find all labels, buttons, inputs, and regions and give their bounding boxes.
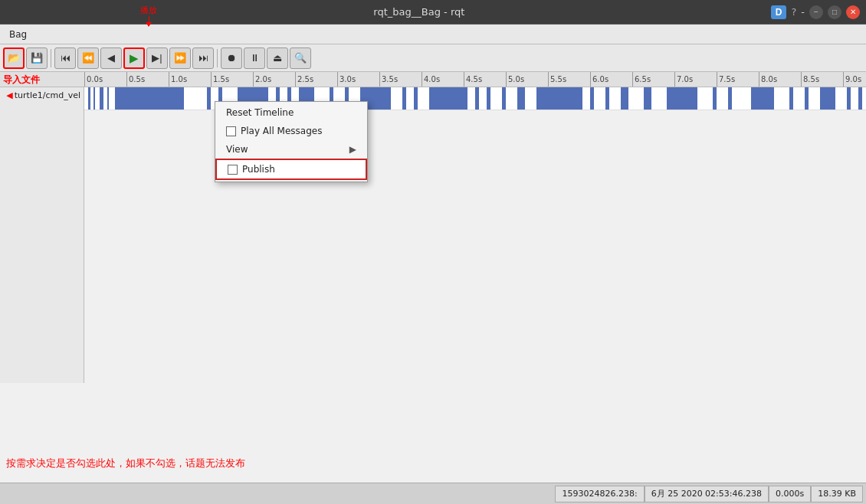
skip-start-button[interactable]: ⏮ bbox=[54, 47, 76, 69]
open-button[interactable]: 📂 bbox=[3, 47, 25, 69]
skip-end-button[interactable]: ⏭ bbox=[192, 47, 214, 69]
ctx-view-label: View bbox=[226, 144, 248, 155]
tick-9: 4.5s bbox=[464, 72, 506, 87]
eject-button[interactable]: ⏏ bbox=[267, 47, 288, 69]
next-icon: ⏩ bbox=[174, 52, 186, 64]
tick-1: 0.5s bbox=[126, 72, 169, 87]
timeline-bar bbox=[88, 87, 90, 110]
timeline-bar bbox=[402, 87, 406, 110]
timeline-bar bbox=[414, 87, 418, 110]
tick-15: 7.5s bbox=[717, 72, 759, 87]
separator-text: - bbox=[801, 6, 805, 18]
prev-button[interactable]: ⏪ bbox=[77, 47, 99, 69]
tick-2: 1.0s bbox=[169, 72, 211, 87]
timeline-bar bbox=[475, 87, 479, 110]
ctx-publish[interactable]: Publish bbox=[215, 159, 367, 180]
pause-icon: ⏸ bbox=[250, 52, 260, 64]
annotation-area: 按需求决定是否勾选此处，如果不勾选，话题无法发布 bbox=[0, 444, 866, 483]
ctx-view[interactable]: View ▶ bbox=[215, 140, 367, 159]
help-icon[interactable]: ? bbox=[791, 6, 796, 18]
status-duration: 0.000s bbox=[769, 486, 811, 502]
status-timestamp: 1593024826.238: bbox=[555, 486, 644, 502]
status-filesize: 18.39 KB bbox=[811, 486, 863, 502]
toolbar-separator-2 bbox=[217, 49, 218, 67]
save-button[interactable]: 💾 bbox=[26, 47, 48, 69]
menu-bag[interactable]: Bag bbox=[3, 28, 33, 41]
ctx-view-arrow: ▶ bbox=[349, 144, 356, 155]
open-icon: 📂 bbox=[8, 52, 20, 64]
timeline-bar bbox=[667, 87, 697, 110]
context-menu: Reset Timeline Play All Messages View ▶ … bbox=[215, 101, 368, 182]
timeline-bar bbox=[115, 87, 184, 110]
ctx-reset-timeline[interactable]: Reset Timeline bbox=[215, 103, 367, 122]
tick-11: 5.5s bbox=[548, 72, 590, 87]
title-bar-controls: D ? - − □ ✕ bbox=[771, 5, 860, 19]
minimize-button[interactable]: − bbox=[809, 5, 823, 19]
timeline-bar bbox=[107, 87, 109, 110]
skip-start-icon: ⏮ bbox=[61, 52, 71, 64]
ctx-play-all[interactable]: Play All Messages bbox=[215, 122, 367, 140]
tick-12: 6.0s bbox=[590, 72, 632, 87]
eject-icon: ⏏ bbox=[273, 52, 282, 64]
title-bar: rqt_bag__Bag - rqt D ? - − □ ✕ bbox=[0, 0, 866, 25]
status-datetime: 6月 25 2020 02:53:46.238 bbox=[645, 486, 769, 502]
track-name: turtle1/cmd_vel bbox=[15, 90, 80, 100]
tick-18: 9.0s bbox=[843, 72, 866, 87]
menu-bar: Bag bbox=[0, 25, 866, 44]
tick-17: 8.5s bbox=[801, 72, 843, 87]
timeline-bar bbox=[805, 87, 809, 110]
zoom-button[interactable]: 🔍 bbox=[290, 47, 311, 69]
status-bar: 1593024826.238: 6月 25 2020 02:53:46.238 … bbox=[0, 483, 866, 504]
main-area: 导入文件 0.0s 0.5s 1.0s 1.5s 2.0s 2.5s 3.0s … bbox=[0, 72, 866, 483]
timeline-header: 导入文件 0.0s 0.5s 1.0s 1.5s 2.0s 2.5s 3.0s … bbox=[0, 72, 866, 87]
fwd-step-icon: ▶| bbox=[152, 52, 162, 64]
timeline-bar bbox=[590, 87, 594, 110]
pause-button[interactable]: ⏸ bbox=[244, 47, 265, 69]
maximize-button[interactable]: □ bbox=[828, 5, 841, 19]
tick-7: 3.5s bbox=[379, 72, 422, 87]
timeline-bar bbox=[820, 87, 835, 110]
tick-13: 6.5s bbox=[632, 72, 674, 87]
timeline-bar bbox=[429, 87, 467, 110]
timeline-bar bbox=[100, 87, 103, 110]
close-button[interactable]: ✕ bbox=[846, 5, 860, 19]
ctx-play-all-checkbox[interactable] bbox=[226, 126, 236, 136]
ctx-publish-label: Publish bbox=[242, 164, 275, 175]
play-button[interactable]: ▶ bbox=[123, 47, 145, 69]
tick-8: 4.0s bbox=[422, 72, 464, 87]
timeline-bar bbox=[751, 87, 774, 110]
timeline-bar bbox=[858, 87, 862, 110]
d-button[interactable]: D bbox=[771, 5, 787, 19]
zoom-icon: 🔍 bbox=[294, 52, 307, 64]
import-label[interactable]: 导入文件 bbox=[3, 73, 40, 86]
timeline-bar bbox=[502, 87, 506, 110]
toolbar-separator-1 bbox=[51, 49, 51, 67]
timeline-bar bbox=[207, 87, 211, 110]
next-button[interactable]: ⏩ bbox=[169, 47, 191, 69]
ctx-play-all-label: Play All Messages bbox=[241, 126, 322, 136]
toolbar: 📂 💾 ⏮ ⏪ ◀ ▶ ▶| ⏩ ⏭ ⏺ ⏸ ⏏ 🔍 bbox=[0, 44, 866, 72]
record-button[interactable]: ⏺ bbox=[221, 47, 242, 69]
window-title: rqt_bag__Bag - rqt bbox=[67, 6, 771, 18]
tick-6: 3.0s bbox=[337, 72, 379, 87]
annotation-text: 按需求决定是否勾选此处，如果不勾选，话题无法发布 bbox=[6, 457, 245, 469]
tick-0: 0.0s bbox=[84, 72, 126, 87]
timeline-bar bbox=[536, 87, 582, 110]
skip-end-icon: ⏭ bbox=[198, 52, 208, 64]
back-step-button[interactable]: ◀ bbox=[100, 47, 122, 69]
timeline-bar bbox=[93, 87, 95, 110]
ctx-publish-checkbox[interactable] bbox=[228, 165, 238, 175]
track-label: ◀ turtle1/cmd_vel bbox=[0, 87, 84, 383]
timeline-bar bbox=[605, 87, 609, 110]
timeline-bar bbox=[517, 87, 525, 110]
timeline-bar bbox=[644, 87, 651, 110]
time-ruler: 0.0s 0.5s 1.0s 1.5s 2.0s 2.5s 3.0s 3.5s … bbox=[84, 72, 866, 87]
track-area: ◀ turtle1/cmd_vel bbox=[0, 87, 866, 383]
timeline-bar bbox=[713, 87, 717, 110]
tick-14: 7.0s bbox=[674, 72, 717, 87]
timeline-bar bbox=[847, 87, 851, 110]
fwd-step-button[interactable]: ▶| bbox=[146, 47, 168, 69]
tick-4: 2.0s bbox=[253, 72, 295, 87]
ctx-reset-label: Reset Timeline bbox=[226, 107, 294, 118]
prev-icon: ⏪ bbox=[82, 52, 94, 64]
